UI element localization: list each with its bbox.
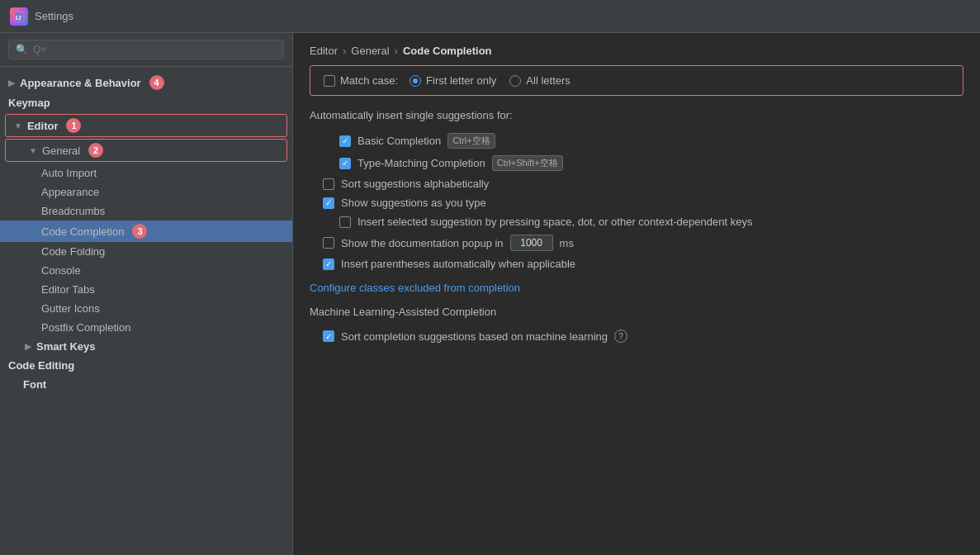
sidebar-item-keymap[interactable]: Keymap <box>0 93 292 112</box>
breadcrumb: Editor › General › Code Completion <box>293 33 980 65</box>
sidebar-item-label: Auto Import <box>41 167 97 179</box>
search-icon: 🔍 <box>16 44 28 55</box>
sidebar-item-label: Console <box>41 264 81 277</box>
sidebar-item-label: Gutter Icons <box>41 302 100 315</box>
auto-insert-label: Automatically insert single suggestions … <box>310 109 963 121</box>
insert-space-dot-label: Insert selected suggestion by pressing s… <box>357 216 752 228</box>
content-area: Editor › General › Code Completion Match… <box>293 33 980 555</box>
sidebar-item-general[interactable]: ▼ General 2 <box>5 139 287 162</box>
radio-all-letters-label[interactable]: All letters <box>509 74 570 87</box>
type-matching-checkbox[interactable] <box>339 158 351 169</box>
breadcrumb-sep2: › <box>395 45 398 57</box>
configure-classes-link[interactable]: Configure classes excluded from completi… <box>310 282 963 294</box>
chevron-down-icon: ▼ <box>14 121 22 130</box>
sidebar-item-label: Editor <box>27 120 59 132</box>
sidebar-item-label: Appearance <box>41 186 99 198</box>
option-type-matching: Type-Matching Completion Ctrl+Shift+空格 <box>310 152 963 174</box>
option-ml-sort: Sort completion suggestions based on mac… <box>310 326 963 346</box>
badge-editor: 1 <box>66 118 81 133</box>
option-show-as-type: Show suggestions as you type <box>310 193 963 212</box>
settings-section: Match case: First letter only All letter… <box>293 65 980 359</box>
radio-group-match: First letter only All letters <box>410 74 570 87</box>
radio-all-letters-text: All letters <box>526 74 570 87</box>
doc-popup-checkbox[interactable] <box>323 237 334 249</box>
sidebar-item-editor[interactable]: ▼ Editor 1 <box>5 114 287 137</box>
doc-popup-label-after: ms <box>560 237 574 249</box>
svg-text:IJ: IJ <box>16 14 21 21</box>
option-insert-space-dot: Insert selected suggestion by pressing s… <box>310 212 963 231</box>
ml-section-heading: Machine Learning-Assisted Completion <box>310 306 963 318</box>
show-as-type-label: Show suggestions as you type <box>341 197 486 209</box>
match-case-label: Match case: <box>340 74 398 87</box>
sidebar-item-smart-keys[interactable]: ▶ Smart Keys <box>0 337 292 356</box>
sidebar-item-editor-tabs[interactable]: Editor Tabs <box>0 280 292 299</box>
sidebar-item-label: Code Editing <box>8 359 74 372</box>
type-matching-shortcut: Ctrl+Shift+空格 <box>492 155 563 171</box>
insert-parens-checkbox[interactable] <box>323 259 334 270</box>
sidebar-item-appearance[interactable]: Appearance <box>0 183 292 202</box>
sidebar-item-code-folding[interactable]: Code Folding <box>0 242 292 261</box>
search-bar: 🔍 <box>0 33 292 67</box>
sidebar-item-label: Appearance & Behavior <box>20 77 141 89</box>
sort-alpha-label: Sort suggestions alphabetically <box>341 178 489 190</box>
sidebar-item-breadcrumbs[interactable]: Breadcrumbs <box>0 202 292 221</box>
sidebar-item-label: Editor Tabs <box>41 283 95 296</box>
basic-completion-checkbox[interactable] <box>339 135 351 147</box>
insert-parens-label: Insert parentheses automatically when ap… <box>341 258 575 270</box>
radio-first-letter-label[interactable]: First letter only <box>410 74 496 87</box>
breadcrumb-editor: Editor <box>310 45 338 57</box>
sidebar: 🔍 ▶ Appearance & Behavior 4 Keymap ▼ Edi… <box>0 33 293 555</box>
titlebar-title: Settings <box>35 10 73 22</box>
match-case-checkbox[interactable] <box>324 75 335 87</box>
titlebar: IJ Settings <box>0 0 980 33</box>
sidebar-item-label: Postfix Completion <box>41 321 130 334</box>
sidebar-item-postfix-completion[interactable]: Postfix Completion <box>0 318 292 337</box>
sidebar-item-label: Smart Keys <box>36 340 96 353</box>
doc-popup-input[interactable] <box>510 235 553 251</box>
search-wrapper[interactable]: 🔍 <box>8 40 284 59</box>
search-input[interactable] <box>33 44 277 55</box>
sidebar-item-label: Code Completion <box>41 225 124 238</box>
option-basic-completion: Basic Completion Ctrl+空格 <box>310 130 963 152</box>
match-case-box: Match case: First letter only All letter… <box>310 65 963 96</box>
option-doc-popup: Show the documentation popup in ms <box>310 231 963 254</box>
sidebar-item-code-completion[interactable]: Code Completion 3 <box>0 221 292 242</box>
sidebar-item-code-editing[interactable]: Code Editing <box>0 356 292 375</box>
sidebar-item-console[interactable]: Console <box>0 261 292 280</box>
badge-code-completion: 3 <box>132 224 147 239</box>
basic-completion-label: Basic Completion <box>357 135 441 147</box>
breadcrumb-general: General <box>351 45 389 57</box>
sidebar-item-gutter-icons[interactable]: Gutter Icons <box>0 299 292 318</box>
sidebar-item-appearance-behavior[interactable]: ▶ Appearance & Behavior 4 <box>0 72 292 93</box>
ml-help-icon[interactable]: ? <box>614 330 627 343</box>
sidebar-item-label: Keymap <box>8 97 50 109</box>
chevron-right-icon: ▶ <box>8 78 15 88</box>
chevron-down-icon: ▼ <box>29 146 37 155</box>
radio-first-letter-text: First letter only <box>426 74 496 87</box>
badge-appearance: 4 <box>149 75 164 90</box>
radio-all-letters[interactable] <box>509 75 521 87</box>
ml-sort-label: Sort completion suggestions based on mac… <box>341 330 608 343</box>
radio-first-letter[interactable] <box>410 75 421 87</box>
sidebar-item-label: Breadcrumbs <box>41 205 105 217</box>
sort-alpha-checkbox[interactable] <box>323 178 334 190</box>
badge-general: 2 <box>88 143 103 158</box>
sidebar-item-label: Code Folding <box>41 245 105 258</box>
sidebar-item-font[interactable]: Font <box>0 375 292 394</box>
breadcrumb-sep1: › <box>343 45 346 57</box>
sidebar-item-auto-import[interactable]: Auto Import <box>0 164 292 183</box>
option-sort-alpha: Sort suggestions alphabetically <box>310 174 963 193</box>
type-matching-label: Type-Matching Completion <box>357 157 485 169</box>
basic-completion-shortcut: Ctrl+空格 <box>447 133 495 149</box>
ml-sort-checkbox[interactable] <box>323 330 334 342</box>
chevron-right-icon: ▶ <box>25 342 31 351</box>
main-layout: 🔍 ▶ Appearance & Behavior 4 Keymap ▼ Edi… <box>0 33 980 555</box>
show-as-type-checkbox[interactable] <box>323 197 334 209</box>
sidebar-item-label: General <box>42 145 80 157</box>
app-logo: IJ <box>10 7 28 26</box>
match-case-checkbox-label[interactable]: Match case: <box>324 74 398 87</box>
sidebar-nav: ▶ Appearance & Behavior 4 Keymap ▼ Edito… <box>0 67 292 555</box>
sidebar-item-label: Font <box>23 378 46 391</box>
insert-space-dot-checkbox[interactable] <box>339 216 351 228</box>
doc-popup-label-before: Show the documentation popup in <box>341 237 504 249</box>
